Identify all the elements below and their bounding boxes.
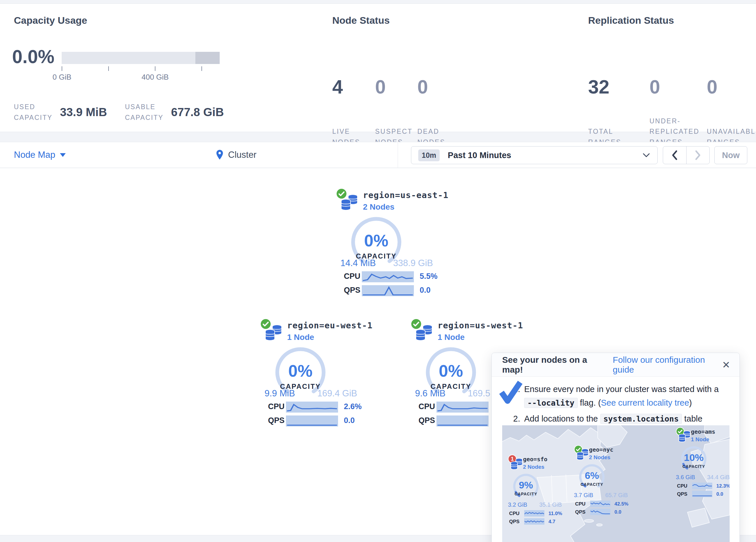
qps-label: QPS xyxy=(575,509,586,515)
replication-status-title: Replication Status xyxy=(588,15,756,26)
chevron-right-icon xyxy=(694,150,702,160)
total-ranges-count: 32 xyxy=(588,49,649,98)
capacity-percent: 0% xyxy=(423,361,478,381)
replication-status-section: Replication Status 32 TOTALRANGES 0 UNDE… xyxy=(588,15,756,148)
popup-title: See your nodes on a map! xyxy=(502,355,604,375)
capacity-tick xyxy=(62,66,62,71)
suspect-nodes-count: 0 xyxy=(375,49,417,98)
region-card-us-east-1[interactable]: region=us-east-1 2 Nodes 0% CAPACITY 14.… xyxy=(333,188,440,296)
close-icon[interactable]: ✕ xyxy=(722,360,731,370)
cpu-sparkline xyxy=(362,271,414,282)
cpu-value: 12.3% xyxy=(716,483,730,489)
view-selector-dropdown[interactable]: Node Map xyxy=(14,142,66,168)
qps-label: QPS xyxy=(344,286,360,295)
qps-value: 0.0 xyxy=(614,509,621,515)
capacity-percent: 6% xyxy=(577,470,607,481)
geo-card-nyc[interactable]: geo=nyc 2 Nodes 6% CAPACITY 3.7 GiB 65.7… xyxy=(574,443,629,516)
capacity-total-value: 338.9 GiB xyxy=(393,258,433,268)
caret-down-icon xyxy=(60,153,66,157)
capacity-used-value: 9.6 MiB xyxy=(415,388,445,399)
geo-card-ams[interactable]: geo=ams 1 Node 10% CAPACITY 3.6 GiB 34.4… xyxy=(676,425,730,498)
capacity-tick xyxy=(108,66,109,71)
capacity-percent: 10% xyxy=(679,452,709,463)
time-range-badge: 10m xyxy=(418,149,440,161)
capacity-used-value: 3.7 GiB xyxy=(574,492,593,499)
qps-sparkline xyxy=(590,509,610,515)
cpu-sparkline xyxy=(692,483,712,489)
database-stack-icon xyxy=(340,194,358,212)
qps-sparkline xyxy=(286,416,338,427)
time-forward-button[interactable] xyxy=(686,146,710,164)
cpu-label: CPU xyxy=(344,272,360,281)
chevron-left-icon xyxy=(671,150,678,160)
map-toolbar: Node Map Cluster 10m Past 10 Minutes Now xyxy=(0,142,756,168)
unavailable-ranges-count: 0 xyxy=(707,49,756,98)
geo-node-count: 1 Node xyxy=(691,436,709,443)
capacity-percent: 0% xyxy=(273,361,328,381)
configuration-guide-link[interactable]: Follow our configuration guide xyxy=(613,355,722,375)
database-stack-icon xyxy=(415,325,433,343)
location-pin-icon xyxy=(215,149,224,160)
cpu-sparkline xyxy=(436,402,489,413)
capacity-percent: 0% xyxy=(349,231,404,250)
cpu-label: CPU xyxy=(419,402,435,411)
system-locations-code: system.locations xyxy=(600,414,682,424)
capacity-caption: CAPACITY xyxy=(509,492,543,496)
qps-value: 0.0 xyxy=(344,416,355,425)
locality-tree-link[interactable]: See current locality tree xyxy=(601,398,689,407)
cpu-value: 42.5% xyxy=(614,501,628,507)
cluster-stats-panel: Capacity Usage 0.0% 0 GiB 400 GiB USEDCA… xyxy=(0,3,756,132)
capacity-used-value: 14.4 MiB xyxy=(340,258,376,268)
cpu-value: 11.0% xyxy=(548,511,562,517)
node-map-config-popup: See your nodes on a map! Follow our conf… xyxy=(491,353,740,542)
chevron-down-icon xyxy=(642,152,650,158)
capacity-used-value: 9.9 MiB xyxy=(265,388,295,399)
qps-sparkline xyxy=(692,491,712,497)
capacity-total-value: 35.1 GiB xyxy=(539,501,562,508)
qps-label: QPS xyxy=(419,416,435,425)
cpu-sparkline xyxy=(524,510,544,517)
geo-name: geo=nyc xyxy=(589,446,613,453)
region-node-count: 1 Node xyxy=(438,333,465,342)
view-selector-label: Node Map xyxy=(14,150,55,160)
database-stack-icon xyxy=(576,449,589,462)
node-status-title: Node Status xyxy=(332,15,464,26)
usable-capacity-value: 677.8 GiB xyxy=(171,106,224,119)
blue-check-icon xyxy=(498,379,524,407)
capacity-tick xyxy=(201,66,202,71)
qps-value: 0.0 xyxy=(716,491,723,497)
cpu-label: CPU xyxy=(268,402,285,411)
usable-capacity-label: USABLECAPACITY xyxy=(125,102,164,123)
cpu-sparkline xyxy=(286,402,338,413)
capacity-caption: CAPACITY xyxy=(575,482,609,487)
capacity-tick-label-0: 0 GiB xyxy=(39,73,85,82)
under-replicated-count: 0 xyxy=(649,49,707,98)
dead-nodes-count: 0 xyxy=(417,49,464,98)
region-card-eu-west-1[interactable]: region=eu-west-1 1 Node 0% CAPACITY 9.9 … xyxy=(257,318,364,426)
time-back-button[interactable] xyxy=(663,146,686,164)
cpu-value: 5.5% xyxy=(420,272,438,281)
breadcrumb-label: Cluster xyxy=(228,150,256,160)
capacity-tick-label-400: 400 GiB xyxy=(132,73,178,82)
capacity-used-value: 3.6 GiB xyxy=(676,474,695,481)
geo-card-sfo[interactable]: 1 geo=sfo 2 Nodes 9% CAPACITY 3.2 GiB 35… xyxy=(508,453,563,526)
database-stack-icon xyxy=(510,458,523,471)
toolbar-divider xyxy=(398,142,398,168)
now-button[interactable]: Now xyxy=(714,146,747,164)
popup-header: See your nodes on a map! Follow our conf… xyxy=(492,353,740,377)
breadcrumb[interactable]: Cluster xyxy=(215,142,256,168)
capacity-total-value: 34.4 GiB xyxy=(707,474,730,481)
region-node-count: 1 Node xyxy=(287,333,314,342)
cpu-label: CPU xyxy=(677,483,687,489)
capacity-usage-title: Capacity Usage xyxy=(14,15,326,26)
locality-flag-code: --locality xyxy=(524,398,578,408)
geo-name: geo=sfo xyxy=(523,456,547,463)
capacity-usage-section: Capacity Usage 0.0% 0 GiB 400 GiB USEDCA… xyxy=(14,15,326,125)
region-name: region=us-west-1 xyxy=(438,321,523,330)
cpu-value: 2.6% xyxy=(344,402,362,411)
region-name: region=eu-west-1 xyxy=(287,321,373,330)
mini-map: 1 geo=sfo 2 Nodes 9% CAPACITY 3.2 GiB 35… xyxy=(502,425,730,542)
time-range-selector[interactable]: 10m Past 10 Minutes xyxy=(411,146,658,164)
database-stack-icon xyxy=(678,431,691,444)
geo-node-count: 2 Nodes xyxy=(523,464,544,470)
